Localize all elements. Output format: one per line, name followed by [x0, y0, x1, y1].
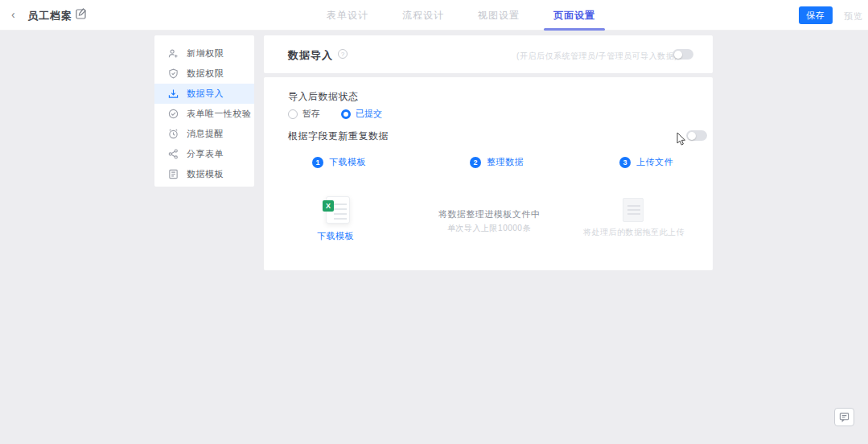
data-import-icon: [168, 88, 179, 99]
step-number-badge: 2: [470, 157, 481, 168]
feedback-button[interactable]: [834, 408, 854, 426]
sidebar-item-share-form[interactable]: 分享表单: [154, 144, 254, 164]
section-title: 数据导入: [288, 48, 333, 63]
step-number-badge: 1: [312, 157, 323, 168]
sidebar-item-data-permission[interactable]: 数据权限: [154, 64, 254, 84]
add-permission-icon: [168, 48, 179, 59]
sidebar-item-label: 数据导入: [187, 88, 224, 100]
import-status-radios: 暂存 已提交: [288, 108, 382, 120]
organize-instruction: 将数据整理进模板文件中: [409, 208, 570, 220]
excel-doc-lines: [334, 204, 347, 205]
data-import-header: 数据导入 ? (开启后仅系统管理员/子管理员可导入数据): [264, 35, 713, 73]
help-icon[interactable]: ?: [338, 49, 348, 59]
data-permission-icon: [168, 68, 179, 79]
sidebar-item-data-template[interactable]: 数据模板: [154, 164, 254, 184]
excel-template-icon[interactable]: X: [326, 196, 350, 224]
sidebar-item-label: 分享表单: [187, 148, 224, 160]
back-icon[interactable]: ‹: [11, 9, 23, 20]
data-import-panel: 导入后数据状态 暂存 已提交 根据字段更新重复数据 1 下载模板 2 整理数据 …: [264, 77, 713, 270]
upload-hint: 将处理后的数据拖至此上传: [566, 227, 702, 238]
feedback-icon: [839, 412, 849, 422]
sidebar-item-add-permission[interactable]: 新增权限: [154, 43, 254, 64]
data-import-toggle[interactable]: [673, 49, 693, 60]
import-permission-hint: (开启后仅系统管理员/子管理员可导入数据): [516, 51, 677, 62]
radio-label: 暂存: [302, 108, 320, 120]
tab-flow-design[interactable]: 流程设计: [397, 0, 449, 31]
sidebar-item-uniqueness-check[interactable]: 表单唯一性校验: [154, 104, 254, 124]
upload-file-icon: [623, 198, 644, 222]
step-label: 上传文件: [636, 156, 673, 168]
sidebar-item-label: 数据权限: [187, 68, 224, 80]
step-upload-file: 3 上传文件: [619, 156, 673, 168]
tab-form-design[interactable]: 表单设计: [322, 0, 373, 31]
preview-button[interactable]: 预览: [844, 10, 863, 23]
uniqueness-check-icon: [168, 109, 179, 119]
step-organize-data: 2 整理数据: [470, 156, 524, 168]
sidebar-item-label: 消息提醒: [187, 128, 224, 140]
step-label: 整理数据: [487, 156, 524, 168]
update-duplicate-label: 根据字段更新重复数据: [288, 130, 389, 143]
sidebar-item-label: 新增权限: [187, 47, 224, 60]
tab-view-settings[interactable]: 视图设置: [473, 0, 525, 31]
excel-badge-icon: X: [323, 200, 334, 212]
step-label: 下载模板: [329, 156, 366, 168]
sidebar-item-label: 表单唯一性校验: [187, 108, 252, 120]
edit-icon[interactable]: [76, 8, 87, 19]
sidebar-item-data-import[interactable]: 数据导入: [154, 84, 254, 104]
radio-circle-icon: [341, 109, 351, 119]
download-template-link[interactable]: 下载模板: [317, 230, 354, 242]
settings-sidebar: 新增权限 数据权限 数据导入 表单唯一性校验 消息提醒 分享表单 数据模板: [154, 35, 254, 187]
radio-circle-icon: [288, 109, 298, 119]
page-title: 员工档案: [27, 9, 72, 23]
radio-draft[interactable]: 暂存: [288, 108, 320, 120]
tab-bar: 表单设计 流程设计 视图设置 页面设置: [322, 0, 600, 31]
sidebar-item-label: 数据模板: [187, 168, 224, 180]
tab-page-settings[interactable]: 页面设置: [549, 0, 600, 31]
step-download-template: 1 下载模板: [312, 156, 366, 168]
sidebar-item-message-reminder[interactable]: 消息提醒: [154, 124, 254, 144]
share-form-icon: [168, 149, 179, 159]
update-duplicate-toggle[interactable]: [686, 130, 707, 141]
organize-limit-hint: 单次导入上限10000条: [409, 223, 570, 234]
data-template-icon: [168, 169, 179, 179]
save-button[interactable]: 保存: [799, 6, 833, 24]
step-number-badge: 3: [619, 157, 631, 168]
radio-submitted[interactable]: 已提交: [341, 108, 382, 120]
radio-label: 已提交: [356, 108, 382, 120]
message-reminder-icon: [168, 129, 179, 139]
import-status-label: 导入后数据状态: [288, 90, 359, 104]
top-bar: ‹ 员工档案 表单设计 流程设计 视图设置 页面设置 保存 预览: [0, 0, 868, 31]
